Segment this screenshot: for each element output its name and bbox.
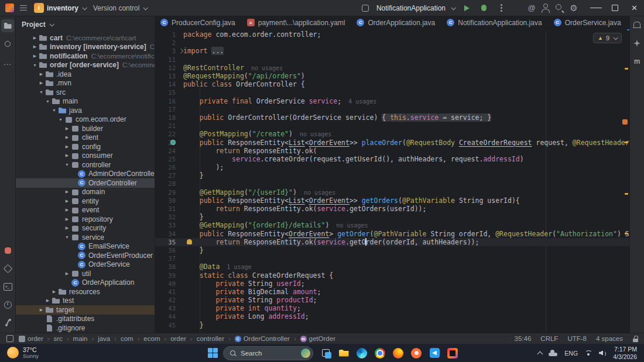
chevron-down-icon[interactable]: ▼ — [63, 235, 71, 239]
main-menu-icon[interactable] — [17, 2, 30, 15]
scrollbar-error-mark[interactable] — [622, 119, 628, 125]
tree-item[interactable]: ▶cartC:\ecommerce\cart\cart — [16, 33, 155, 43]
tree-item[interactable]: CAdminOrderController — [16, 170, 155, 179]
code-line[interactable]: 1package com.ecom.order.controller; — [155, 30, 630, 39]
tree-item[interactable]: .gitattributes — [16, 315, 155, 324]
minimize-button[interactable] — [586, 0, 605, 16]
breadcrumb-item[interactable]: com — [121, 335, 133, 342]
chevron-right-icon[interactable]: ▶ — [31, 44, 39, 49]
breadcrumb-item[interactable]: order — [170, 335, 186, 342]
problems-icon[interactable] — [1, 298, 14, 311]
maximize-button[interactable] — [605, 0, 625, 16]
code-line[interactable]: 44 private Long addressId; — [155, 312, 630, 320]
breadcrumb-item[interactable]: controller — [197, 335, 224, 342]
code-line[interactable]: 31 return ResponseEntity.ok(service.getO… — [155, 205, 630, 213]
intention-bulb-icon[interactable] — [187, 239, 192, 244]
chevron-down-icon[interactable]: ▼ — [63, 163, 71, 167]
tree-item[interactable]: ▶repository — [16, 215, 155, 224]
input-language[interactable]: ENG — [564, 350, 578, 357]
vcs-icon[interactable] — [1, 316, 14, 329]
code-line[interactable]: 11 — [155, 56, 630, 64]
request-mapping-gutter-icon[interactable] — [170, 140, 176, 145]
chevron-right-icon[interactable]: ▶ — [63, 189, 71, 194]
editor-tab[interactable]: ≡payment\...\application.yaml — [241, 16, 351, 30]
ai-assistant-icon[interactable]: @ — [525, 2, 538, 15]
tree-item[interactable]: ▶inventory [inventory-service]C:\ecommer… — [16, 43, 155, 52]
chevron-down-icon[interactable]: ▼ — [44, 99, 52, 104]
chevron-right-icon[interactable]: ▶ — [63, 226, 71, 230]
start-button[interactable] — [208, 348, 218, 358]
code-line[interactable]: 14public class OrderController { — [155, 80, 630, 88]
scrollbar-warning-mark[interactable] — [625, 193, 628, 195]
code-line[interactable]: 13@RequestMapping("/api/orders") — [155, 72, 630, 80]
terminal-icon[interactable] — [1, 280, 14, 293]
chevron-down-icon[interactable]: ▼ — [57, 118, 64, 122]
code-line[interactable]: 3import ... — [155, 47, 630, 55]
code-line[interactable]: 16 private final OrderService service; 4… — [155, 97, 630, 105]
code-line[interactable]: 12@RestController no usages — [155, 64, 630, 72]
weather-widget[interactable]: 37°C Sunny — [7, 346, 39, 360]
tree-item[interactable]: ▶client — [16, 133, 155, 143]
code-line[interactable]: 30 public ResponseEntity<List<OrderEvent… — [155, 196, 630, 205]
chevron-right-icon[interactable]: ▶ — [50, 289, 58, 294]
tree-item[interactable]: ▼src — [16, 88, 155, 97]
code-line[interactable]: 29 @GetMapping("/{userId}") no usages — [155, 188, 630, 196]
tree-item[interactable]: ▶notificationC:\ecommerce\notification\n… — [16, 51, 155, 61]
tree-item[interactable]: COrderService — [16, 260, 155, 270]
settings-gear-icon[interactable] — [567, 2, 580, 15]
chevron-right-icon[interactable]: ▶ — [37, 72, 45, 77]
tree-item[interactable]: ▼order [order-service]C:\ecommerce\order… — [16, 61, 155, 70]
scrollbar-warning-mark[interactable] — [625, 68, 628, 70]
tree-item[interactable]: ▶builder — [16, 124, 155, 133]
breadcrumb-item[interactable]: ecom — [143, 335, 160, 342]
code-with-me-icon[interactable] — [539, 2, 552, 15]
taskbar-app-task-view[interactable] — [318, 346, 333, 360]
chevron-down-icon[interactable]: ▼ — [50, 108, 58, 112]
tree-item[interactable]: ▶security — [16, 224, 155, 233]
code-line[interactable]: 33 @GetMapping("{orderId}/details") no u… — [155, 221, 630, 229]
code-line[interactable]: 24 return ResponseEntity.ok( — [155, 147, 630, 155]
editor-tab[interactable]: COrderService.java — [548, 16, 627, 30]
code-line[interactable]: 42 private String productId; — [155, 296, 630, 304]
taskbar-app-file-explorer[interactable] — [337, 346, 351, 360]
tree-item[interactable]: ▼main — [16, 97, 155, 106]
tree-item[interactable]: COrderController — [16, 178, 155, 188]
taskbar-app-intellij[interactable] — [446, 346, 460, 360]
vcs-widget[interactable]: Version control — [90, 1, 150, 15]
cloud-icon[interactable] — [549, 350, 558, 356]
taskbar-clock[interactable]: 7:17 PM 4/3/2026 — [613, 346, 637, 360]
tree-item[interactable]: ▼service — [16, 233, 155, 242]
debug-button[interactable] — [477, 2, 490, 15]
tree-item[interactable]: ▼com.ecom.order — [16, 115, 155, 125]
editor-tab[interactable]: COrderApplication.java — [351, 16, 441, 30]
breadcrumb-item[interactable]: mgetOrder — [300, 335, 335, 342]
chevron-right-icon[interactable]: ▶ — [63, 199, 71, 204]
breadcrumb-item[interactable]: main — [73, 335, 88, 342]
notifications-icon[interactable] — [631, 19, 643, 32]
tree-item[interactable]: ▶entity — [16, 196, 155, 206]
tree-item[interactable]: CEmailService — [16, 242, 155, 251]
wifi-icon[interactable] — [584, 350, 592, 356]
code-line[interactable]: 27 } — [155, 171, 630, 180]
code-line[interactable]: 17 — [155, 105, 630, 113]
tree-item[interactable]: ▶resources — [16, 287, 155, 297]
chevron-right-icon[interactable]: ▶ — [37, 308, 45, 312]
chevron-right-icon[interactable]: ▶ — [63, 153, 71, 158]
tree-item[interactable]: ▶.mvn — [16, 79, 155, 88]
tray-overflow-icon[interactable] — [537, 351, 542, 356]
chevron-right-icon[interactable]: ▶ — [63, 217, 71, 222]
tree-item[interactable]: COrderEventProducer — [16, 251, 155, 260]
tree-item[interactable]: ▶domain — [16, 188, 155, 197]
breadcrumb-item[interactable]: src — [54, 335, 63, 342]
tree-item[interactable]: ▶target — [16, 305, 155, 315]
chevron-right-icon[interactable]: ▶ — [63, 126, 71, 131]
scrollbar-warning-mark[interactable] — [625, 142, 628, 143]
run-config-name[interactable]: NotificationApplication — [376, 4, 446, 12]
code-line[interactable]: 28 — [155, 180, 630, 188]
code-line[interactable]: 21 — [155, 122, 630, 130]
code-line[interactable]: 18 public OrderController(OrderService s… — [155, 113, 630, 122]
project-icon[interactable] — [1, 19, 14, 32]
chevron-down-icon[interactable] — [451, 5, 455, 10]
editor-tab[interactable]: CProducerConfig.java — [155, 16, 241, 30]
maven-icon[interactable]: m — [631, 55, 643, 68]
